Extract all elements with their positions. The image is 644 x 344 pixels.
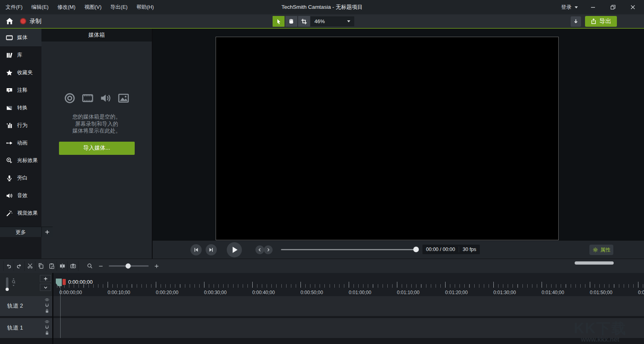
preview-stage[interactable] (216, 37, 559, 240)
menu-view[interactable]: 视图(V) (84, 4, 107, 11)
ruler-label: 0:01:00;00 (349, 290, 371, 295)
canvas-zoom-dropdown[interactable]: 46% (310, 16, 354, 26)
copy-button[interactable] (35, 261, 46, 271)
speaker-icon (6, 192, 13, 199)
plus-icon (43, 277, 48, 281)
ruler-label: 0:01:40;00 (542, 290, 564, 295)
seek-slider[interactable] (281, 249, 418, 250)
lock-icon[interactable] (45, 330, 49, 335)
record-label: 录制 (29, 18, 41, 25)
track-height-slider[interactable] (6, 277, 8, 290)
paste-button[interactable] (46, 261, 57, 271)
timeline-zoom-slider[interactable] (109, 265, 149, 267)
undo-button[interactable] (3, 261, 14, 271)
step-forward-button[interactable] (206, 244, 217, 255)
track-1-header[interactable]: 轨道 1 (0, 318, 52, 338)
menu-bar: 文件(F) 编辑(E) 修改(M) 视图(V) 导出(E) 帮助(H) (6, 0, 163, 14)
previous-button[interactable] (255, 245, 264, 254)
sidebar-more-button[interactable]: 更多 (0, 227, 41, 237)
sign-in-button[interactable]: 登录 (561, 4, 578, 11)
close-button[interactable] (628, 2, 638, 12)
sidebar-item-audio-effects[interactable]: 音效 (0, 187, 41, 204)
magnet-icon[interactable] (45, 325, 49, 330)
add-tab-button[interactable] (41, 227, 53, 237)
menu-modify[interactable]: 修改(M) (57, 4, 81, 11)
magnifier-icon[interactable] (87, 263, 93, 269)
chevron-down-icon (575, 6, 578, 8)
ruler-label: 0:00:20;00 (156, 290, 179, 295)
paste-icon (49, 263, 55, 269)
track-controls (45, 319, 49, 335)
play-icon (230, 246, 238, 254)
menu-export[interactable]: 导出(E) (110, 4, 133, 11)
scissors-icon (27, 263, 33, 269)
canvas-zoom-value: 46% (314, 18, 347, 24)
cut-button[interactable] (25, 261, 35, 271)
ruler-label: 0:01:20;00 (445, 290, 468, 295)
collapse-tracks-button[interactable] (40, 284, 51, 291)
track-2-header[interactable]: 轨道 2 (0, 296, 52, 316)
sidebar-item-label: 旁白 (17, 174, 27, 182)
properties-button[interactable]: 属性 (589, 245, 613, 255)
seek-handle[interactable] (413, 247, 419, 252)
track-1-content[interactable] (53, 318, 644, 338)
undo-icon (6, 263, 12, 269)
sidebar-item-narration[interactable]: 旁白 (0, 169, 41, 187)
zoom-in-button[interactable] (154, 264, 159, 269)
redo-icon (16, 263, 22, 269)
split-button[interactable] (57, 261, 68, 271)
sidebar-item-annotations[interactable]: a 注释 (0, 81, 41, 99)
sidebar-item-behaviors[interactable]: 行为 (0, 117, 41, 134)
window-controls: 登录 (561, 0, 638, 14)
play-button[interactable] (227, 242, 242, 257)
timeline-ruler[interactable]: 0:00:00;00 0:00:10;00 0:00:20;00 0:00:30… (53, 273, 644, 296)
quick-export-button[interactable] (571, 16, 581, 27)
playhead-out-marker[interactable] (63, 279, 66, 285)
eye-icon[interactable] (45, 297, 49, 302)
menu-help[interactable]: 帮助(H) (136, 4, 159, 11)
lock-icon[interactable] (45, 308, 49, 313)
sidebar-item-transitions[interactable]: 转换 (0, 99, 41, 117)
image-icon (118, 93, 129, 104)
sidebar-item-label: 视觉效果 (17, 210, 38, 217)
minimize-button[interactable] (588, 2, 598, 12)
sidebar-item-favorites[interactable]: 收藏夹 (0, 64, 41, 81)
pan-tool-button[interactable] (285, 16, 297, 27)
add-track-button[interactable] (40, 275, 51, 282)
restore-button[interactable] (608, 2, 618, 12)
magnet-icon[interactable] (45, 303, 49, 308)
screenshot-button[interactable] (68, 261, 79, 271)
camtasia-window: 文件(F) 编辑(E) 修改(M) 视图(V) 导出(E) 帮助(H) Tech… (0, 0, 644, 344)
sidebar-item-visual-effects[interactable]: 视觉效果 (0, 204, 41, 222)
select-tool-button[interactable] (273, 16, 285, 27)
export-button[interactable]: 导出 (585, 16, 617, 27)
time-display-box: 00:00 / 00:00 30 fps (422, 245, 480, 254)
sidebar-item-media[interactable]: 媒体 (0, 29, 41, 46)
crop-tool-button[interactable] (298, 16, 310, 27)
import-media-button[interactable]: 导入媒体... (59, 142, 135, 155)
menu-file[interactable]: 文件(F) (6, 4, 28, 11)
track-height-handle[interactable] (6, 288, 9, 291)
eye-icon[interactable] (45, 319, 49, 324)
sidebar-item-library[interactable]: 库 (0, 46, 41, 64)
sidebar-item-animations[interactable]: 动画 (0, 134, 41, 152)
ruler-strip: 0:00:00;00 0:00:10;00 0:00:20;00 0:00:30… (0, 273, 644, 296)
copy-icon (38, 263, 44, 269)
close-icon (630, 4, 636, 10)
track-2-content[interactable] (53, 296, 644, 316)
zoom-out-button[interactable] (98, 264, 103, 269)
playhead-line[interactable] (60, 286, 61, 338)
step-back-button[interactable] (190, 244, 202, 255)
timeline-scrollbar[interactable] (575, 261, 614, 265)
sidebar-item-cursor-effects[interactable]: 光标效果 (0, 152, 41, 169)
menu-edit[interactable]: 编辑(E) (31, 4, 54, 11)
timeline-zoom-handle[interactable] (126, 263, 131, 269)
home-button[interactable] (6, 17, 14, 25)
step-back-icon (193, 247, 199, 253)
media-type-icons (41, 93, 152, 104)
redo-button[interactable] (14, 261, 25, 271)
next-button[interactable] (264, 245, 273, 254)
record-button[interactable]: 录制 (20, 16, 41, 26)
track-label: 轨道 2 (0, 302, 23, 310)
microphone-icon (6, 175, 13, 182)
